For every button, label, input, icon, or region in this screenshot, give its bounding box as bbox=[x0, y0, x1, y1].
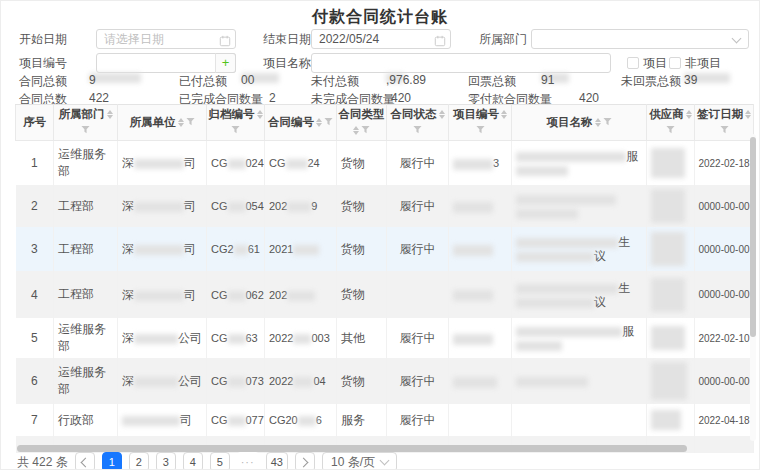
filter-icon[interactable] bbox=[413, 123, 422, 137]
plus-icon[interactable]: + bbox=[215, 53, 236, 73]
checkbox-box[interactable] bbox=[669, 57, 681, 69]
page-size-select[interactable]: 10 条/页 bbox=[322, 452, 397, 470]
page-button-43[interactable]: 43 bbox=[266, 452, 288, 470]
column-header-合同类型[interactable]: 合同类型 bbox=[337, 105, 387, 141]
department-select[interactable] bbox=[531, 29, 749, 49]
table-cell: 履行中 bbox=[387, 358, 449, 404]
filter-icon[interactable] bbox=[231, 123, 240, 137]
project-name-field bbox=[311, 53, 611, 73]
table-cell: 货物 bbox=[337, 227, 387, 271]
page-button-4[interactable]: 4 bbox=[183, 452, 203, 470]
redacted-text bbox=[134, 159, 184, 169]
column-header-归档编号[interactable]: 归档编号 bbox=[207, 105, 265, 141]
table-cell: 运维服务部 bbox=[54, 140, 118, 185]
redacted-text bbox=[453, 202, 493, 213]
column-header-合同状态[interactable]: 合同状态 bbox=[387, 105, 449, 141]
table-cell: 0000-00-00 bbox=[695, 227, 754, 271]
contracts-table: 序号所属部门所属单位归档编号合同编号合同类型合同状态项目编号项目名称供应商签订日… bbox=[15, 104, 754, 453]
filter-icon[interactable] bbox=[324, 115, 333, 129]
redacted-text bbox=[134, 202, 184, 212]
calendar-icon[interactable] bbox=[434, 33, 446, 51]
sort-icon[interactable] bbox=[107, 110, 113, 119]
column-header-所属单位[interactable]: 所属单位 bbox=[118, 105, 207, 141]
redacted-text bbox=[651, 189, 685, 223]
redacted-text bbox=[516, 152, 626, 162]
horizontal-scrollbar[interactable] bbox=[15, 445, 753, 452]
filter-icon[interactable] bbox=[603, 115, 612, 129]
column-label: 合同状态 bbox=[391, 107, 437, 121]
table-cell: 2022003 bbox=[265, 318, 337, 358]
department-label: 所属部门 bbox=[479, 29, 527, 49]
redacted-text bbox=[651, 326, 685, 350]
table-cell: 行政部 bbox=[54, 404, 118, 436]
sort-icon[interactable] bbox=[595, 118, 601, 127]
checkbox-box[interactable] bbox=[627, 57, 639, 69]
vertical-scrollbar-thumb[interactable] bbox=[750, 137, 756, 337]
redacted-text bbox=[453, 245, 493, 256]
redacted-text bbox=[516, 252, 594, 262]
sort-icon[interactable] bbox=[178, 118, 184, 127]
page-button-2[interactable]: 2 bbox=[129, 452, 149, 470]
column-header-合同编号[interactable]: 合同编号 bbox=[265, 105, 337, 141]
page-button-5[interactable]: 5 bbox=[210, 452, 230, 470]
table-cell: 履行中 bbox=[387, 404, 449, 436]
next-page-button[interactable] bbox=[295, 452, 315, 470]
sort-icon[interactable] bbox=[353, 126, 359, 135]
sort-icon[interactable] bbox=[316, 118, 322, 127]
filter-icon[interactable] bbox=[666, 123, 675, 137]
sort-icon[interactable] bbox=[745, 110, 751, 119]
table-cell: 2 bbox=[16, 185, 54, 227]
redacted-text bbox=[134, 377, 178, 387]
column-header-项目编号[interactable]: 项目编号 bbox=[449, 105, 512, 141]
filter-icon[interactable] bbox=[361, 123, 370, 137]
column-label: 归档编号 bbox=[209, 107, 255, 121]
sort-icon[interactable] bbox=[501, 110, 507, 119]
checkbox-project[interactable]: 项目 bbox=[627, 53, 667, 73]
calendar-icon[interactable] bbox=[219, 33, 231, 51]
table-cell: 2021 bbox=[265, 227, 337, 271]
table-cell bbox=[512, 404, 647, 436]
column-label: 所属部门 bbox=[59, 107, 105, 121]
table-cell: 深公司 bbox=[118, 358, 207, 404]
table-cell: 工程部 bbox=[54, 271, 118, 318]
stat-value: 2 bbox=[269, 91, 276, 105]
project-name-input[interactable] bbox=[311, 53, 611, 73]
horizontal-scrollbar-thumb[interactable] bbox=[17, 445, 687, 452]
column-header-所属部门[interactable]: 所属部门 bbox=[54, 105, 118, 141]
page-button-3[interactable]: 3 bbox=[156, 452, 176, 470]
stat-label: 已付总额 bbox=[179, 73, 227, 90]
prev-page-button[interactable] bbox=[75, 452, 95, 470]
column-header-签订日期[interactable]: 签订日期 bbox=[695, 105, 754, 141]
sort-icon[interactable] bbox=[257, 110, 263, 119]
chevron-left-icon bbox=[81, 457, 91, 467]
table-cell: CG63 bbox=[207, 318, 265, 358]
page-buttons: 12345···43 bbox=[102, 452, 288, 470]
table-cell: 履行中 bbox=[387, 185, 449, 227]
redacted-text bbox=[516, 284, 618, 294]
page-button-1[interactable]: 1 bbox=[102, 452, 122, 470]
table-cell: 2022-02-10 bbox=[695, 318, 754, 358]
start-date-input[interactable] bbox=[96, 29, 236, 49]
filter-icon[interactable] bbox=[720, 123, 729, 137]
checkbox-non-project[interactable]: 非项目 bbox=[669, 53, 721, 73]
table-cell: 1 bbox=[16, 140, 54, 185]
filter-icon[interactable] bbox=[81, 123, 90, 137]
filter-icon[interactable] bbox=[186, 115, 195, 129]
filter-icon[interactable] bbox=[476, 123, 485, 137]
stats-row-2: 合同总数422已完成合同数量2未完成合同数量420零付款合同数量420 bbox=[1, 91, 759, 105]
pagination: 共 422 条 12345···43 10 条/页 bbox=[17, 452, 397, 470]
sort-icon[interactable] bbox=[686, 110, 692, 119]
vertical-scrollbar[interactable] bbox=[750, 134, 756, 441]
end-date-input[interactable] bbox=[311, 29, 451, 49]
table-cell: 运维服务部 bbox=[54, 318, 118, 358]
table-cell: 货物 bbox=[337, 185, 387, 227]
end-date-label: 结束日期 bbox=[263, 29, 311, 49]
column-header-供应商[interactable]: 供应商 bbox=[647, 105, 695, 141]
redacted-text bbox=[453, 377, 497, 388]
column-label: 签订日期 bbox=[697, 107, 743, 121]
table-row: 5运维服务部深公司CG632022003其他履行中服2022-02-10 bbox=[16, 318, 754, 358]
total-count: 共 422 条 bbox=[17, 454, 68, 470]
sort-icon[interactable] bbox=[439, 110, 445, 119]
table-cell: CG054 bbox=[207, 185, 265, 227]
column-header-项目名称[interactable]: 项目名称 bbox=[512, 105, 647, 141]
